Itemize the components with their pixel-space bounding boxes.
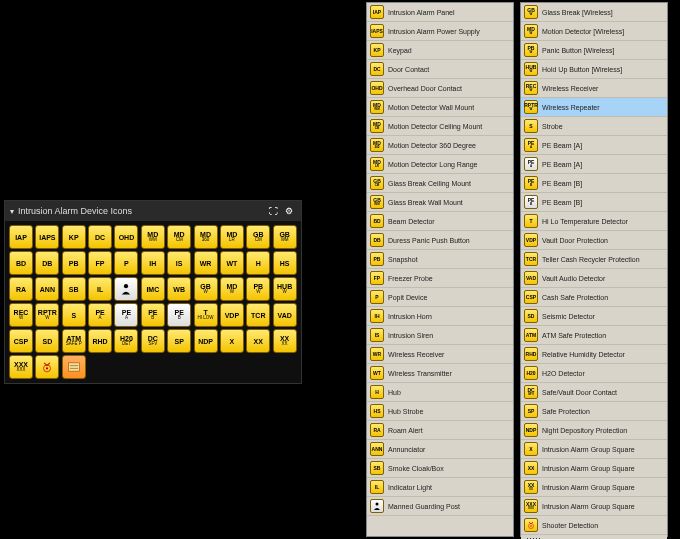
palette-icon[interactable]: RPTRW [35,303,59,327]
legend-row[interactable]: ISIntrusion Siren [367,326,513,345]
palette-icon[interactable]: DCSFV [141,329,165,353]
collapse-icon[interactable]: ▾ [10,207,14,216]
legend-row[interactable]: RPTRWWireless Repeater [521,98,667,117]
palette-icon[interactable]: RHD [88,329,112,353]
palette-icon[interactable]: IS [167,251,191,275]
palette-icon[interactable]: IAP [9,225,33,249]
palette-icon[interactable]: THI LOW [194,303,218,327]
palette-icon[interactable]: FP [88,251,112,275]
legend-row[interactable]: DCSFVSafe/Vault Door Contact [521,383,667,402]
palette-icon[interactable]: XXXXXX [9,355,33,379]
palette-icon[interactable]: IMC [141,277,165,301]
legend-row[interactable]: IHIntrusion Horn [367,307,513,326]
legend-row[interactable]: RECWWireless Receiver [521,79,667,98]
palette-icon[interactable]: H20DET [114,329,138,353]
legend-row[interactable]: NDPNight Depository Protection [521,421,667,440]
palette-icon[interactable]: MDCM [167,225,191,249]
palette-icon[interactable]: ATMSAFE P [62,329,86,353]
legend-row[interactable]: HSHub Strobe [367,402,513,421]
palette-icon[interactable]: SD [35,329,59,353]
palette-icon[interactable]: SB [62,277,86,301]
legend-row[interactable]: XXIntrusion Alarm Group Square [521,459,667,478]
legend-row[interactable]: IAPIntrusion Alarm Panel [367,3,513,22]
legend-row[interactable]: BDBeam Detector [367,212,513,231]
legend-row[interactable]: MDCMMotion Detector Ceiling Mount [367,117,513,136]
palette-icon[interactable]: RA [9,277,33,301]
palette-icon[interactable]: KP [62,225,86,249]
legend-row[interactable]: XIntrusion Alarm Group Square [521,440,667,459]
legend-row[interactable]: XXXXXXIntrusion Alarm Group Square [521,497,667,516]
palette-icon[interactable]: S [62,303,86,327]
palette-icon[interactable]: MDLR [220,225,244,249]
palette-icon[interactable]: NDP [194,329,218,353]
legend-row[interactable]: WRWireless Receiver [367,345,513,364]
palette-icon[interactable]: HS [273,251,297,275]
legend-row[interactable]: Manned Guarding Post [367,497,513,516]
palette-icon[interactable]: VDP [220,303,244,327]
expand-button[interactable]: ⛶ [266,204,280,218]
palette-icon[interactable]: CSP [9,329,33,353]
palette-icon[interactable]: BD [9,251,33,275]
palette-icon[interactable]: PB [62,251,86,275]
palette-icon[interactable]: GBCM [246,225,270,249]
palette-icon[interactable]: HUBW [273,277,297,301]
legend-row[interactable]: DCDoor Contact [367,60,513,79]
legend-row[interactable]: IAPSIntrusion Alarm Power Supply [367,22,513,41]
legend-row[interactable]: MDWMotion Detector [Wireless] [521,22,667,41]
palette-icon[interactable] [62,355,86,379]
palette-icon[interactable]: XXXX [273,329,297,353]
settings-button[interactable]: ⚙ [282,204,296,218]
legend-row[interactable]: MD360Motion Detector 360 Degree [367,136,513,155]
palette-icon[interactable]: XX [246,329,270,353]
palette-icon[interactable]: WT [220,251,244,275]
palette-icon[interactable]: TCR [246,303,270,327]
legend-row[interactable]: HUBWHold Up Button [Wireless] [521,60,667,79]
legend-row[interactable]: SBSmoke Cloak/Box [367,459,513,478]
legend-row[interactable]: OHDOverhead Door Contact [367,79,513,98]
legend-row[interactable]: HHub [367,383,513,402]
legend-row[interactable]: PBWPanic Button [Wireless] [521,41,667,60]
legend-row[interactable]: PEAPE Beam [A] [521,155,667,174]
palette-icon[interactable]: ANN [35,277,59,301]
legend-row[interactable]: ATMATM Safe Protection [521,326,667,345]
legend-row[interactable]: ANNAnnunciator [367,440,513,459]
legend-row[interactable]: GBWMGlass Break Wall Mount [367,193,513,212]
palette-icon[interactable]: IAPS [35,225,59,249]
legend-row[interactable]: THi Lo Temperature Detector [521,212,667,231]
palette-icon[interactable]: GBWM [273,225,297,249]
legend-row[interactable]: FPFreezer Probe [367,269,513,288]
palette-icon[interactable]: H [246,251,270,275]
legend-row[interactable]: ILIndicator Light [367,478,513,497]
palette-icon[interactable]: MDW [220,277,244,301]
legend-row[interactable]: KPKeypad [367,41,513,60]
legend-row[interactable]: CSPCash Safe Protection [521,288,667,307]
legend-row[interactable]: RHDRelative Humidity Detector [521,345,667,364]
palette-icon[interactable]: MD360 [194,225,218,249]
legend-row[interactable]: SPSafe Protection [521,402,667,421]
legend-row[interactable]: MDLRMotion Detector Long Range [367,155,513,174]
legend-row[interactable]: GBWGlass Break [Wireless] [521,3,667,22]
palette-icon[interactable] [114,277,138,301]
palette-icon[interactable]: VAD [273,303,297,327]
legend-row[interactable]: WTWireless Transmitter [367,364,513,383]
legend-row[interactable]: SDSeismic Detector [521,307,667,326]
legend-row[interactable]: SStrobe [521,117,667,136]
palette-icon[interactable]: DB [35,251,59,275]
legend-row[interactable]: PPopit Device [367,288,513,307]
palette-icon[interactable]: GBW [194,277,218,301]
palette-icon[interactable]: RECW [9,303,33,327]
legend-row[interactable]: DBDuress Panic Push Button [367,231,513,250]
palette-icon[interactable]: PEA [114,303,138,327]
palette-icon[interactable]: PBW [246,277,270,301]
palette-icon[interactable]: IL [88,277,112,301]
legend-row[interactable]: VDPVault Door Protection [521,231,667,250]
palette-icon[interactable]: SP [167,329,191,353]
legend-row[interactable]: PEBPE Beam [B] [521,193,667,212]
palette-icon[interactable]: WB [167,277,191,301]
legend-row[interactable]: GBCMGlass Break Ceiling Mount [367,174,513,193]
palette-icon[interactable]: P [114,251,138,275]
legend-row[interactable]: PEBPE Beam [B] [521,174,667,193]
palette-icon[interactable]: DC [88,225,112,249]
legend-row[interactable]: MDWMMotion Detector Wall Mount [367,98,513,117]
palette-icon[interactable]: PEB [167,303,191,327]
